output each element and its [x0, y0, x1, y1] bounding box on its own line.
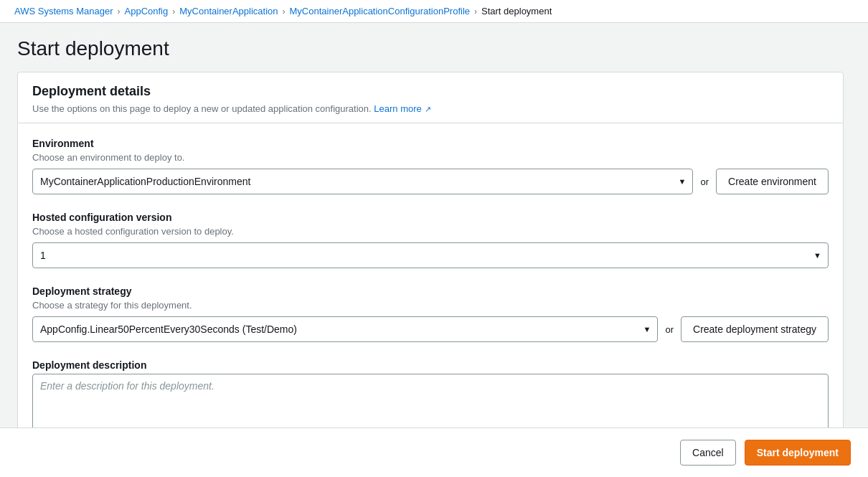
deployment-strategy-label: Deployment strategy [32, 285, 829, 297]
breadcrumb-ssm[interactable]: AWS Systems Manager [14, 6, 113, 16]
breadcrumb-appconfig[interactable]: AppConfig [125, 6, 169, 16]
page-content: Start deployment Deployment details Use … [0, 23, 861, 477]
cancel-button[interactable]: Cancel [680, 440, 736, 466]
deployment-strategy-or-label: or [665, 324, 674, 335]
breadcrumb-sep-2: › [172, 6, 175, 16]
environment-select[interactable]: MyContainerApplicationProductionEnvironm… [32, 169, 693, 194]
breadcrumb-profile[interactable]: MyContainerApplicationConfigurationProfi… [290, 6, 470, 16]
card-header-desc-text: Use the options on this page to deploy a… [32, 103, 372, 114]
card-header-desc: Use the options on this page to deploy a… [32, 103, 829, 114]
deployment-strategy-row: AppConfig.Linear50PercentEvery30Seconds … [32, 316, 829, 342]
breadcrumb: AWS Systems Manager › AppConfig › MyCont… [0, 0, 868, 23]
page-footer: Cancel Start deployment [0, 428, 868, 477]
learn-more-label: Learn more [374, 103, 421, 114]
create-environment-button[interactable]: Create environment [716, 169, 829, 194]
hosted-config-hint: Choose a hosted configuration version to… [32, 226, 829, 237]
environment-or-label: or [700, 176, 709, 187]
card-header-title: Deployment details [32, 84, 829, 99]
deployment-strategy-select-wrapper: AppConfig.Linear50PercentEvery30Seconds … [32, 316, 658, 342]
breadcrumb-current: Start deployment [481, 6, 552, 16]
deployment-strategy-select[interactable]: AppConfig.Linear50PercentEvery30Seconds … [32, 316, 658, 342]
breadcrumb-app[interactable]: MyContainerApplication [179, 6, 278, 16]
hosted-config-label: Hosted configuration version [32, 212, 829, 223]
deployment-description-label: Deployment description [32, 359, 829, 371]
card-header: Deployment details Use the options on th… [18, 72, 843, 123]
environment-row: MyContainerApplicationProductionEnvironm… [32, 169, 829, 194]
create-deployment-strategy-button[interactable]: Create deployment strategy [681, 316, 829, 342]
deployment-strategy-section: Deployment strategy Choose a strategy fo… [32, 285, 829, 342]
page-title: Start deployment [17, 37, 844, 60]
environment-hint: Choose an environment to deploy to. [32, 152, 829, 163]
deployment-details-card: Deployment details Use the options on th… [17, 72, 844, 455]
hosted-config-section: Hosted configuration version Choose a ho… [32, 212, 829, 268]
breadcrumb-sep-1: › [118, 6, 121, 16]
start-deployment-button[interactable]: Start deployment [745, 440, 851, 466]
breadcrumb-sep-3: › [283, 6, 286, 16]
environment-select-wrapper: MyContainerApplicationProductionEnvironm… [32, 169, 693, 194]
external-link-icon: ↗ [425, 105, 431, 114]
hosted-config-select[interactable]: 1 [32, 242, 829, 268]
deployment-strategy-hint: Choose a strategy for this deployment. [32, 300, 829, 311]
learn-more-link[interactable]: Learn more↗ [374, 103, 430, 114]
hosted-config-select-wrapper: 1 ▼ [32, 242, 829, 268]
breadcrumb-sep-4: › [474, 6, 477, 16]
environment-label: Environment [32, 138, 829, 149]
card-body: Environment Choose an environment to dep… [18, 123, 843, 455]
environment-section: Environment Choose an environment to dep… [32, 138, 829, 194]
